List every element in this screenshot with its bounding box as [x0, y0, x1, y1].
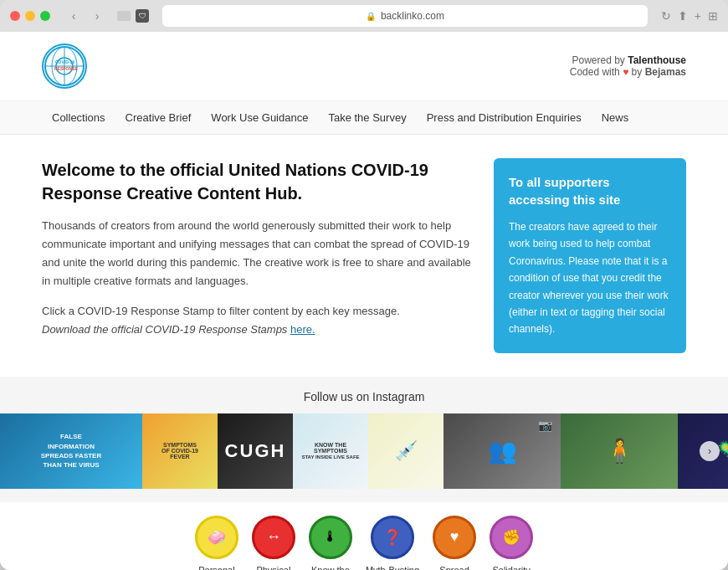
insta-image-7[interactable]: 🧍 — [561, 413, 678, 489]
tab-icon — [117, 11, 131, 21]
instagram-section: Follow us on Instagram FALSEINFORMATIONS… — [0, 377, 728, 502]
stamp-solidarity-circle: ✊ — [490, 516, 533, 559]
back-button[interactable]: ‹ — [64, 6, 84, 26]
fullscreen-button[interactable] — [40, 11, 50, 21]
site-nav: Collections Creative Brief Work Use Guid… — [0, 101, 728, 135]
insta-image-1[interactable]: FALSEINFORMATIONSPREADS FASTERTHAN THE V… — [0, 413, 142, 489]
main-text: Welcome to the official United Nations C… — [42, 158, 474, 353]
instagram-title: Follow us on Instagram — [0, 390, 728, 403]
nav-work-guidance[interactable]: Work Use Guidance — [201, 101, 318, 135]
site-header: COVID-19 RESPONSE Powered by Talenthouse… — [0, 32, 728, 101]
address-bar[interactable]: 🔒 backlinko.com — [162, 5, 648, 27]
nav-survey[interactable]: Take the Survey — [318, 101, 416, 135]
sidebar-icon[interactable]: ⊞ — [708, 9, 718, 23]
lock-icon: 🔒 — [366, 12, 376, 21]
instagram-next-arrow[interactable]: › — [700, 441, 720, 461]
stamp-symptoms-label: Know theSymptoms — [309, 564, 352, 570]
stamp-solidarity-label: Solidarity — [492, 564, 530, 570]
forward-button[interactable]: › — [87, 6, 107, 26]
stamp-personal-hygiene[interactable]: 🧼 PersonalHygiene — [195, 516, 238, 570]
stamp-spread-kindness[interactable]: ♥ SpreadKindness — [433, 516, 476, 570]
bejamas-label: Bejamas — [645, 66, 686, 78]
close-button[interactable] — [10, 11, 20, 21]
stamps-section: 🧼 PersonalHygiene ↔ PhysicalDistancing 🌡… — [0, 502, 728, 570]
stamp-myth-busting[interactable]: ❓ Myth-Busting — [366, 516, 419, 570]
page-content: COVID-19 RESPONSE Powered by Talenthouse… — [0, 32, 728, 570]
browser-titlebar: ‹ › 🛡 🔒 backlinko.com ↻ ⬆ + ⊞ — [0, 0, 728, 32]
heart-icon: ♥ — [623, 66, 631, 78]
main-content: Welcome to the official United Nations C… — [0, 135, 728, 377]
info-box-body: The creators have agreed to their work b… — [509, 218, 671, 338]
coded-by-text: Coded with ♥ by Bejamas — [570, 66, 686, 78]
info-box: To all supporters accessing this site Th… — [494, 158, 686, 353]
svg-text:COVID-19: COVID-19 — [55, 59, 74, 64]
stamp-symptoms-circle: 🌡 — [309, 516, 352, 559]
svg-text:RESPONSE: RESPONSE — [54, 66, 78, 71]
stamp-hygiene-circle: 🧼 — [195, 516, 238, 559]
stamp-distancing-circle: ↔ — [252, 516, 295, 559]
nav-creative-brief[interactable]: Creative Brief — [115, 101, 202, 135]
add-tab-icon[interactable]: + — [695, 9, 701, 23]
logo-svg: COVID-19 RESPONSE — [44, 45, 85, 87]
header-right: Powered by Talenthouse Coded with ♥ by B… — [570, 54, 686, 78]
minimize-button[interactable] — [25, 11, 35, 21]
stamp-distancing-label: PhysicalDistancing — [252, 564, 295, 570]
cta-link[interactable]: here. — [290, 323, 315, 336]
insta-image-2[interactable]: SYMPTOMSOF COVID-19FEVER — [142, 413, 218, 489]
stamp-know-symptoms[interactable]: 🌡 Know theSymptoms — [309, 516, 352, 570]
main-cta-text: Download the official COVID-19 Response … — [42, 323, 287, 336]
talenthouse-label: Talenthouse — [628, 54, 686, 66]
nav-press[interactable]: Press and Distribution Enquiries — [417, 101, 592, 135]
main-cta: Click a COVID-19 Response Stamp to filte… — [42, 302, 474, 339]
main-heading: Welcome to the official United Nations C… — [42, 158, 474, 205]
insta-image-4[interactable]: KNOW THESYMPTOMSSTAY INSIDE LIVE SAFE — [293, 413, 368, 489]
shield-icon: 🛡 — [136, 9, 149, 23]
instagram-strip: FALSEINFORMATIONSPREADS FASTERTHAN THE V… — [0, 413, 728, 489]
stamp-myths-label: Myth-Busting — [366, 564, 419, 570]
stamp-kindness-label: SpreadKindness — [435, 564, 473, 570]
insta-image-5[interactable]: 💉 — [368, 413, 443, 489]
logo-area: COVID-19 RESPONSE — [42, 44, 87, 89]
insta-image-3[interactable]: CUGH — [218, 413, 293, 489]
nav-collections[interactable]: Collections — [42, 101, 115, 135]
stamp-myths-circle: ❓ — [371, 516, 414, 559]
browser-right-icons: ↻ ⬆ + ⊞ — [661, 9, 718, 23]
url-text: backlinko.com — [381, 10, 444, 22]
share-icon[interactable]: ⬆ — [678, 9, 688, 23]
browser-window: ‹ › 🛡 🔒 backlinko.com ↻ ⬆ + ⊞ — [0, 0, 728, 570]
stamp-physical-distancing[interactable]: ↔ PhysicalDistancing — [252, 516, 295, 570]
stamp-hygiene-label: PersonalHygiene — [198, 564, 234, 570]
stamp-solidarity[interactable]: ✊ Solidarity — [490, 516, 533, 570]
nav-news[interactable]: News — [592, 101, 639, 135]
stamp-kindness-circle: ♥ — [433, 516, 476, 559]
browser-nav: ‹ › — [64, 6, 107, 26]
main-body-1: Thousands of creators from around the wo… — [42, 217, 474, 290]
insta-image-6[interactable]: 👥 📷 — [443, 413, 561, 489]
info-box-title: To all supporters accessing this site — [509, 173, 671, 208]
refresh-icon[interactable]: ↻ — [661, 9, 671, 23]
powered-by-text: Powered by Talenthouse — [570, 54, 686, 66]
traffic-lights — [10, 11, 50, 21]
camera-icon: 📷 — [538, 419, 552, 432]
logo-circle: COVID-19 RESPONSE — [42, 44, 87, 89]
